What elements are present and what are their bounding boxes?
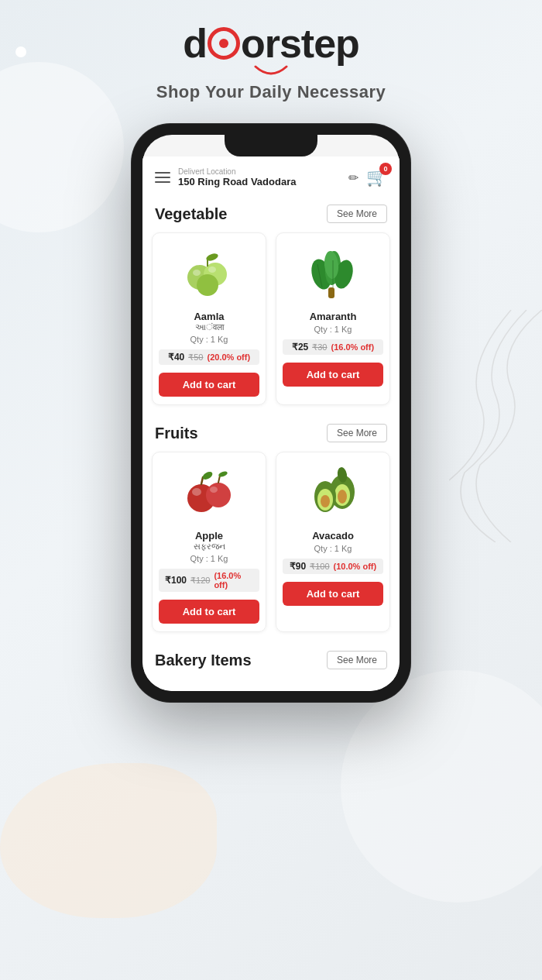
logo: d orstep [156, 23, 386, 64]
top-bar: Delivert Location 150 Ring Road Vadodara… [142, 156, 400, 195]
svg-rect-7 [328, 287, 334, 298]
vegetable-see-more-button[interactable]: See More [327, 205, 387, 223]
fruits-see-more-button[interactable]: See More [327, 424, 387, 442]
bakery-section-header: Bakery Items See More [142, 641, 400, 676]
bg-decoration-dot [15, 46, 26, 57]
hamburger-line1 [155, 172, 170, 174]
amaranth-price-current: ₹25 [292, 342, 308, 352]
apple-image [174, 462, 244, 524]
product-card-aamla: Aamla આंवला Qty : 1 Kg ₹40 ₹50 (20.0% of… [152, 232, 266, 405]
apple-svg [178, 464, 240, 522]
top-icons: ✏ 🛒 0 [348, 167, 387, 187]
screen-content: Delivert Location 150 Ring Road Vadodara… [142, 156, 400, 691]
apple-price-row: ₹100 ₹120 (16.0% off) [159, 569, 259, 592]
product-card-amaranth: Amaranth Qty : 1 Kg ₹25 ₹30 (16.0% off) … [276, 232, 390, 405]
svg-point-2 [197, 274, 218, 296]
aamla-qty: Qty : 1 Kg [190, 335, 228, 344]
apple-name-sub: સફરજન [194, 542, 225, 552]
aamla-price-discount: (20.0% off) [207, 352, 250, 362]
amaranth-image [298, 242, 368, 304]
app-header: d orstep Shop Your Daily Necessary [156, 23, 386, 102]
avacado-price-row: ₹90 ₹100 (10.0% off) [283, 559, 383, 574]
avacado-name: Avacado [312, 530, 354, 542]
amaranth-price-row: ₹25 ₹30 (16.0% off) [283, 339, 383, 355]
logo-o-icon [208, 27, 240, 60]
aamla-price-row: ₹40 ₹50 (20.0% off) [159, 349, 259, 365]
svg-point-24 [338, 490, 347, 504]
fruits-product-grid: Apple સફરજન Qty : 1 Kg ₹100 ₹120 (16.0% … [142, 449, 400, 641]
apple-qty: Qty : 1 Kg [190, 554, 228, 563]
apple-name: Apple [195, 530, 223, 542]
amaranth-name: Amaranth [310, 311, 357, 322]
svg-point-17 [210, 487, 218, 493]
location-address: 150 Ring Road Vadodara [178, 176, 348, 187]
fruits-title: Fruits [155, 425, 198, 442]
bg-decoration-lines [449, 310, 542, 542]
avacado-image [298, 462, 368, 524]
fruits-section-header: Fruits See More [142, 414, 400, 449]
amaranth-svg [302, 245, 364, 303]
cart-badge: 0 [379, 163, 392, 175]
apple-add-to-cart-button[interactable]: Add to cart [159, 600, 259, 624]
bg-decoration-blob [0, 763, 217, 918]
logo-d: d [183, 23, 207, 64]
bg-decoration-circle2 [341, 670, 542, 903]
logo-orstep: orstep [241, 23, 359, 64]
edit-icon[interactable]: ✏ [348, 170, 358, 185]
bakery-see-more-button[interactable]: See More [327, 651, 387, 669]
svg-point-4 [208, 266, 216, 273]
apple-price-old: ₹120 [190, 576, 210, 586]
location-label: Delivert Location [178, 167, 348, 176]
svg-point-16 [192, 488, 201, 496]
amaranth-price-discount: (16.0% off) [331, 342, 374, 352]
location-info: Delivert Location 150 Ring Road Vadodara [178, 167, 348, 187]
aamla-price-current: ₹40 [168, 352, 184, 363]
avacado-price-old: ₹100 [310, 562, 329, 572]
amaranth-price-old: ₹30 [312, 342, 327, 352]
tagline: Shop Your Daily Necessary [156, 82, 386, 102]
svg-point-3 [193, 270, 201, 276]
phone-mockup: Delivert Location 150 Ring Road Vadodara… [132, 124, 410, 702]
aamla-add-to-cart-button[interactable]: Add to cart [159, 373, 259, 397]
apple-price-current: ₹100 [165, 575, 187, 586]
svg-line-19 [218, 476, 220, 483]
svg-point-28 [321, 495, 330, 507]
svg-line-18 [201, 477, 203, 484]
vegetable-title: Vegetable [155, 205, 227, 223]
logo-smile-icon [252, 65, 290, 79]
amaranth-qty: Qty : 1 Kg [314, 325, 352, 334]
avacado-price-discount: (10.0% off) [334, 562, 377, 571]
amaranth-add-to-cart-button[interactable]: Add to cart [283, 363, 383, 387]
aamla-name-sub: આंवला [195, 322, 224, 332]
vegetable-section-header: Vegetable See More [142, 195, 400, 229]
product-card-avacado: Avacado Qty : 1 Kg ₹90 ₹100 (10.0% off) … [276, 452, 390, 632]
avacado-qty: Qty : 1 Kg [314, 544, 352, 553]
svg-point-15 [206, 483, 231, 507]
hamburger-line2 [155, 177, 170, 178]
aamla-name: Aamla [194, 311, 224, 322]
apple-price-discount: (16.0% off) [214, 571, 253, 590]
hamburger-menu[interactable] [155, 172, 170, 183]
avacado-add-to-cart-button[interactable]: Add to cart [283, 582, 383, 606]
bg-decoration-circle1 [0, 62, 124, 232]
hamburger-line3 [155, 181, 170, 183]
vegetable-product-grid: Aamla આंवला Qty : 1 Kg ₹40 ₹50 (20.0% of… [142, 229, 400, 414]
product-card-apple: Apple સફરજન Qty : 1 Kg ₹100 ₹120 (16.0% … [152, 452, 266, 632]
aamla-image [174, 242, 244, 304]
aamla-svg [178, 245, 240, 303]
cart-icon-wrap[interactable]: 🛒 0 [366, 167, 387, 187]
avacado-svg [302, 464, 364, 522]
phone-screen: Delivert Location 150 Ring Road Vadodara… [142, 135, 400, 691]
aamla-price-old: ₹50 [188, 352, 203, 363]
bakery-title: Bakery Items [155, 652, 252, 669]
phone-notch [225, 135, 317, 156]
avacado-price-current: ₹90 [290, 561, 306, 572]
phone-outer: Delivert Location 150 Ring Road Vadodara… [132, 124, 410, 702]
